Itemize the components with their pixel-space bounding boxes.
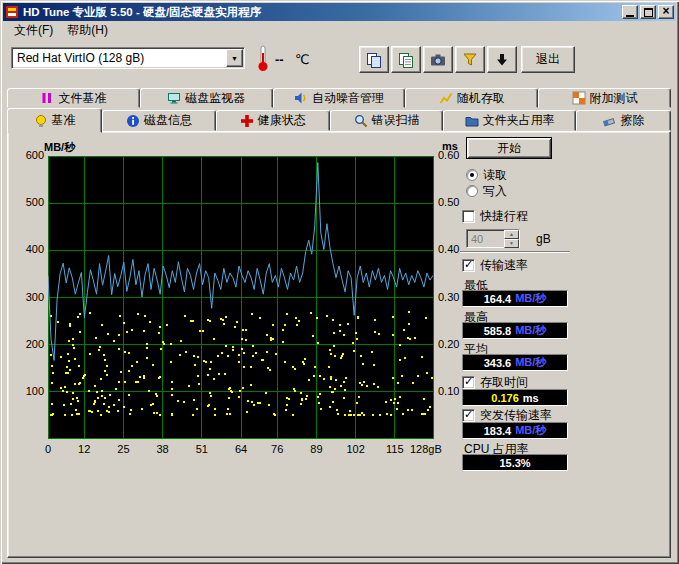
tab-label: 文件夹占用率: [483, 112, 555, 129]
axis-tick-label: 38: [148, 443, 178, 455]
minimize-button[interactable]: [622, 5, 638, 19]
tab-label: 自动噪音管理: [312, 90, 384, 107]
axis-tick-label: 500: [14, 196, 44, 208]
exit-button[interactable]: 退出: [521, 46, 575, 73]
tab-health[interactable]: 健康状态: [216, 110, 330, 131]
burst-rate-value: 183.4: [484, 425, 512, 437]
benchmark-plot: [48, 156, 434, 439]
transfer-rate-checkbox-row[interactable]: 传输速率: [462, 258, 528, 272]
toolbar: Red Hat VirtIO (128 gB) ▼ -- ℃: [3, 41, 676, 77]
tab-disk-monitor[interactable]: 磁盘监视器: [140, 88, 273, 108]
temperature-unit: ℃: [295, 52, 310, 67]
read-radio-row[interactable]: 读取: [466, 168, 507, 182]
maximize-button[interactable]: [640, 5, 656, 19]
tab-label: 擦除: [620, 112, 644, 129]
checkered-flag-icon: [572, 91, 586, 105]
tab-row-lower: 基准 磁盘信息 健康状态 错误扫描 文件夹占用率: [7, 108, 671, 131]
tab-file-benchmark[interactable]: 文件基准: [7, 88, 140, 108]
camera-icon: [430, 52, 446, 68]
magnifier-icon: [354, 114, 368, 128]
folder-icon: [465, 114, 479, 128]
tab-error-scan[interactable]: 错误扫描: [330, 110, 444, 131]
random-access-icon: [439, 91, 453, 105]
access-time-checkbox-row[interactable]: 存取时间: [462, 375, 528, 389]
write-radio-row[interactable]: 写入: [466, 184, 507, 198]
tab-label: 附加测试: [590, 90, 638, 107]
transfer-rate-checkbox[interactable]: [462, 259, 475, 272]
menu-file[interactable]: 文件(F): [7, 20, 60, 41]
tab-erase[interactable]: 擦除: [576, 110, 671, 131]
save-button[interactable]: [487, 46, 517, 73]
spin-up-icon[interactable]: ▲: [504, 230, 519, 239]
max-unit: MB/秒: [515, 323, 546, 338]
tab-benchmark[interactable]: 基准: [7, 108, 102, 133]
close-button[interactable]: ×: [658, 5, 674, 19]
axis-tick-label: 115: [380, 443, 410, 455]
tab-label: 错误扫描: [372, 112, 420, 129]
start-button[interactable]: 开始: [466, 137, 552, 159]
menu-bar: 文件(F) 帮助(H): [3, 21, 676, 40]
axis-tick-label: 76: [262, 443, 292, 455]
axis-tick-label: 400: [14, 243, 44, 255]
copy-image-button[interactable]: [359, 46, 389, 73]
filter-icon: [462, 52, 478, 68]
maximize-icon: [644, 8, 653, 17]
axis-tick-label: 25: [108, 443, 138, 455]
axis-tick-label: 12: [69, 443, 99, 455]
avg-unit: MB/秒: [515, 355, 546, 370]
read-radio[interactable]: [466, 169, 478, 181]
tab-label: 随机存取: [457, 90, 505, 107]
min-value-box: 164.4 MB/秒: [462, 290, 568, 307]
copy-text-icon: [398, 52, 414, 68]
tab-row-upper: 文件基准 磁盘监视器 自动噪音管理 随机存取: [7, 86, 671, 108]
short-stroke-capacity-spinner[interactable]: 40 ▲ ▼: [466, 229, 520, 248]
axis-tick-label: 64: [226, 443, 256, 455]
tab-label: 健康状态: [258, 112, 306, 129]
short-stroke-checkbox-row[interactable]: 快捷行程: [462, 209, 528, 223]
screenshot-button[interactable]: [423, 46, 453, 73]
export-button[interactable]: [455, 46, 485, 73]
eraser-icon: [602, 114, 616, 128]
access-time-value-box: 0.176 ms: [462, 389, 568, 406]
burst-rate-checkbox[interactable]: [462, 409, 475, 422]
burst-rate-checkbox-row[interactable]: 突发传输速率: [462, 408, 552, 422]
avg-value-box: 343.6 MB/秒: [462, 354, 568, 371]
app-icon: [5, 5, 19, 19]
tab-random-access[interactable]: 随机存取: [405, 88, 538, 108]
tab-folder-usage[interactable]: 文件夹占用率: [443, 110, 575, 131]
burst-rate-unit: MB/秒: [515, 423, 546, 438]
tab-disk-info[interactable]: 磁盘信息: [102, 110, 216, 131]
tab-extra-tests[interactable]: 附加测试: [538, 88, 671, 108]
close-icon: ×: [662, 5, 669, 17]
titlebar[interactable]: HD Tune 专业版 5.50 - 硬盘/固态硬盘实用程序 ×: [3, 3, 676, 21]
benchmark-icon: [34, 114, 48, 128]
menu-help[interactable]: 帮助(H): [60, 20, 115, 41]
drive-select[interactable]: Red Hat VirtIO (128 gB) ▼: [11, 47, 245, 69]
drive-select-value: Red Hat VirtIO (128 gB): [12, 51, 226, 65]
tab-label: 磁盘信息: [144, 112, 192, 129]
min-unit: MB/秒: [515, 291, 546, 306]
short-stroke-label: 快捷行程: [480, 208, 528, 225]
temperature-value: --: [275, 52, 284, 67]
tab-acoustic-management[interactable]: 自动噪音管理: [273, 88, 406, 108]
axis-tick-label: 102: [341, 443, 371, 455]
access-time-value: 0.176: [491, 392, 519, 404]
short-stroke-checkbox[interactable]: [462, 210, 475, 223]
y-axis-left-title: MB/秒: [44, 140, 75, 155]
max-value-box: 585.8 MB/秒: [462, 322, 568, 339]
burst-rate-label: 突发传输速率: [480, 407, 552, 424]
spin-down-icon[interactable]: ▼: [504, 239, 519, 248]
access-time-checkbox[interactable]: [462, 376, 475, 389]
copy-text-button[interactable]: [391, 46, 421, 73]
axis-tick-label: 300: [14, 291, 44, 303]
hdtune-window: HD Tune 专业版 5.50 - 硬盘/固态硬盘实用程序 × 文件(F) 帮…: [0, 0, 679, 564]
burst-rate-value-box: 183.4 MB/秒: [462, 422, 568, 439]
info-icon: [126, 114, 140, 128]
disk-monitor-icon: [167, 91, 181, 105]
axis-tick-label: 89: [301, 443, 331, 455]
write-label: 写入: [483, 183, 507, 200]
thermometer-icon: [255, 45, 271, 72]
avg-value: 343.6: [484, 357, 512, 369]
axis-tick-label: 0: [33, 443, 63, 455]
write-radio[interactable]: [466, 185, 478, 197]
